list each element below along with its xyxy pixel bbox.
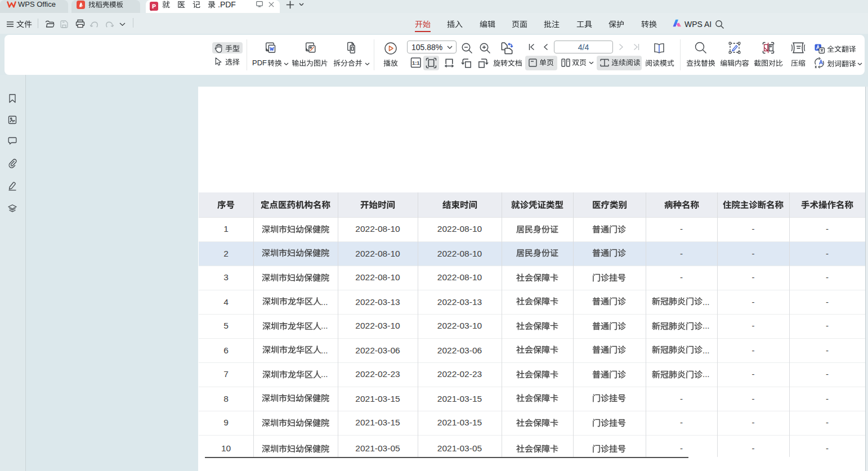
svg-text:1:1: 1:1 [412,60,420,66]
